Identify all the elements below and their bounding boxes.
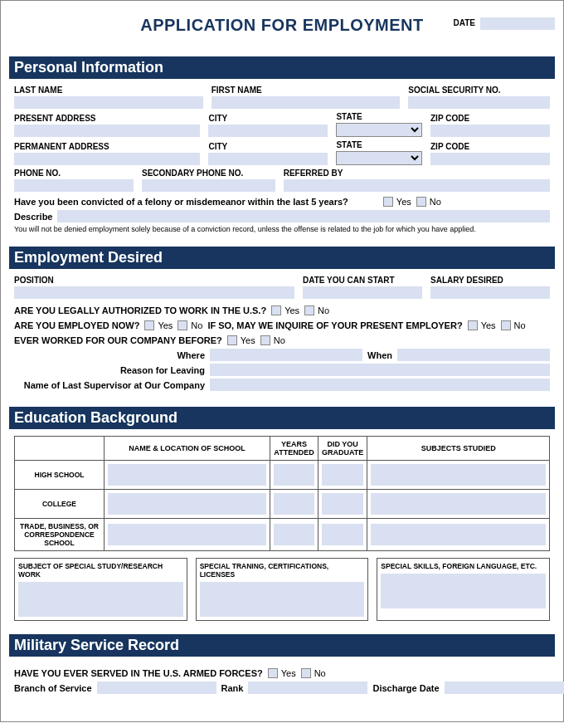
phone-input[interactable] xyxy=(14,179,134,192)
discharge-input[interactable] xyxy=(445,682,564,694)
edu-college-grad-input[interactable] xyxy=(322,493,363,515)
permanent-address-input[interactable] xyxy=(14,153,200,165)
present-city-input[interactable] xyxy=(208,125,328,137)
first-name-label: FIRST NAME xyxy=(212,86,401,95)
position-label: POSITION xyxy=(14,276,294,285)
edu-hs-subjects-input[interactable] xyxy=(371,464,546,486)
served-yes-checkbox[interactable] xyxy=(268,668,278,678)
edu-college-name-input[interactable] xyxy=(108,493,266,515)
served-yes-label: Yes xyxy=(281,668,296,678)
section-personal: LAST NAME FIRST NAME SOCIAL SECURITY NO.… xyxy=(9,79,555,242)
ssn-input[interactable] xyxy=(408,96,550,109)
edu-college-label: COLLEGE xyxy=(15,490,105,519)
worked-before-no-checkbox[interactable] xyxy=(260,335,270,345)
application-form: APPLICATION FOR EMPLOYMENT DATE Personal… xyxy=(0,0,564,722)
edu-col-years: YEARS ATTENDED xyxy=(270,437,318,461)
worked-before-yes-checkbox[interactable] xyxy=(227,335,237,345)
phone-label: PHONE NO. xyxy=(14,169,134,178)
felony-no-label: No xyxy=(430,197,441,207)
reason-label: Reason for Leaving xyxy=(14,365,205,375)
salary-input[interactable] xyxy=(430,286,550,299)
permanent-state-select[interactable] xyxy=(336,151,422,165)
reason-input[interactable] xyxy=(210,364,550,376)
position-input[interactable] xyxy=(14,286,294,299)
present-zip-input[interactable] xyxy=(430,125,550,137)
edu-hs-years-input[interactable] xyxy=(274,464,314,486)
section-header-education: Education Background xyxy=(9,407,555,429)
edu-trade-subjects-input[interactable] xyxy=(371,524,546,545)
edu-hs-label: HIGH SCHOOL xyxy=(15,461,105,490)
edu-college-subjects-input[interactable] xyxy=(371,493,546,515)
special-skills-input[interactable] xyxy=(381,574,546,608)
edu-trade-years-input[interactable] xyxy=(274,524,314,545)
inquire-yes-checkbox[interactable] xyxy=(468,320,478,330)
served-question: HAVE YOU EVER SERVED IN THE U.S. ARMED F… xyxy=(14,668,263,678)
authorized-yes-checkbox[interactable] xyxy=(271,305,281,315)
felony-question: Have you been convicted of a felony or m… xyxy=(14,197,348,207)
employed-question: ARE YOU EMPLOYED NOW? xyxy=(14,320,139,330)
edu-col-name: NAME & LOCATION OF SCHOOL xyxy=(105,437,270,461)
when-label: When xyxy=(367,350,392,360)
section-education: NAME & LOCATION OF SCHOOL YEARS ATTENDED… xyxy=(9,429,555,629)
special-skills-box: SPECIAL SKILLS, FOREIGN LANGUAGE, ETC. xyxy=(377,558,550,621)
when-input[interactable] xyxy=(397,349,550,361)
describe-input[interactable] xyxy=(57,210,550,222)
discharge-label: Discharge Date xyxy=(372,683,439,693)
special-study-box: SUBJECT OF SPECIAL STUDY/RESEARCH WORK xyxy=(14,558,187,621)
supervisor-label: Name of Last Supervisor at Our Company xyxy=(14,380,205,390)
served-no-checkbox[interactable] xyxy=(301,668,311,678)
section-header-employment: Employment Desired xyxy=(9,247,555,269)
sec-phone-label: SECONDARY PHONE NO. xyxy=(142,169,275,178)
present-address-input[interactable] xyxy=(14,125,200,137)
last-name-label: LAST NAME xyxy=(14,86,203,95)
where-label: Where xyxy=(14,350,205,360)
section-header-personal: Personal Information xyxy=(9,56,555,79)
edu-hs-name-input[interactable] xyxy=(108,464,266,486)
permanent-state-label: STATE xyxy=(336,140,422,149)
edu-hs-grad-input[interactable] xyxy=(322,464,363,486)
referred-by-input[interactable] xyxy=(284,179,550,192)
felony-no-checkbox[interactable] xyxy=(416,197,426,207)
special-study-label: SUBJECT OF SPECIAL STUDY/RESEARCH WORK xyxy=(18,562,183,579)
inquire-no-label: No xyxy=(514,320,526,330)
permanent-zip-label: ZIP CODE xyxy=(430,142,550,151)
felony-yes-label: Yes xyxy=(396,197,411,207)
edu-trade-name-input[interactable] xyxy=(108,524,266,545)
employed-yes-checkbox[interactable] xyxy=(144,320,154,330)
describe-label: Describe xyxy=(14,212,52,222)
special-study-input[interactable] xyxy=(18,582,183,617)
section-employment: POSITION DATE YOU CAN START SALARY DESIR… xyxy=(9,269,555,402)
last-name-input[interactable] xyxy=(14,96,203,109)
inquire-question: IF SO, MAY WE INQUIRE OF YOUR PRESENT EM… xyxy=(207,320,462,330)
education-table: NAME & LOCATION OF SCHOOL YEARS ATTENDED… xyxy=(14,436,550,551)
where-input[interactable] xyxy=(210,349,362,361)
permanent-city-input[interactable] xyxy=(208,153,328,165)
felony-yes-checkbox[interactable] xyxy=(383,197,393,207)
authorized-no-checkbox[interactable] xyxy=(304,305,314,315)
employed-no-label: No xyxy=(191,320,202,330)
worked-before-yes-label: Yes xyxy=(241,335,255,345)
inquire-yes-label: Yes xyxy=(481,320,496,330)
edu-college-years-input[interactable] xyxy=(274,493,314,515)
edu-col-subjects: SUBJECTS STUDIED xyxy=(367,437,550,461)
worked-before-question: EVER WORKED FOR OUR COMPANY BEFORE? xyxy=(14,335,222,345)
authorized-yes-label: Yes xyxy=(284,305,299,315)
supervisor-input[interactable] xyxy=(210,379,550,391)
worked-before-no-label: No xyxy=(274,335,285,345)
rank-input[interactable] xyxy=(248,682,367,694)
edu-trade-grad-input[interactable] xyxy=(322,524,363,545)
edu-row-trade: TRADE, BUSINESS, OR CORRESPONDENCE SCHOO… xyxy=(15,519,550,551)
section-header-military: Military Service Record xyxy=(9,634,555,657)
inquire-no-checkbox[interactable] xyxy=(501,320,511,330)
present-state-select[interactable] xyxy=(336,123,422,137)
employed-no-checkbox[interactable] xyxy=(177,320,187,330)
form-header: APPLICATION FOR EMPLOYMENT DATE xyxy=(9,7,555,51)
permanent-zip-input[interactable] xyxy=(430,153,550,165)
first-name-input[interactable] xyxy=(212,96,401,109)
special-training-input[interactable] xyxy=(200,582,365,617)
date-input[interactable] xyxy=(480,17,555,30)
served-no-label: No xyxy=(314,668,326,678)
start-date-input[interactable] xyxy=(303,286,422,299)
sec-phone-input[interactable] xyxy=(142,179,275,192)
branch-input[interactable] xyxy=(97,682,216,694)
